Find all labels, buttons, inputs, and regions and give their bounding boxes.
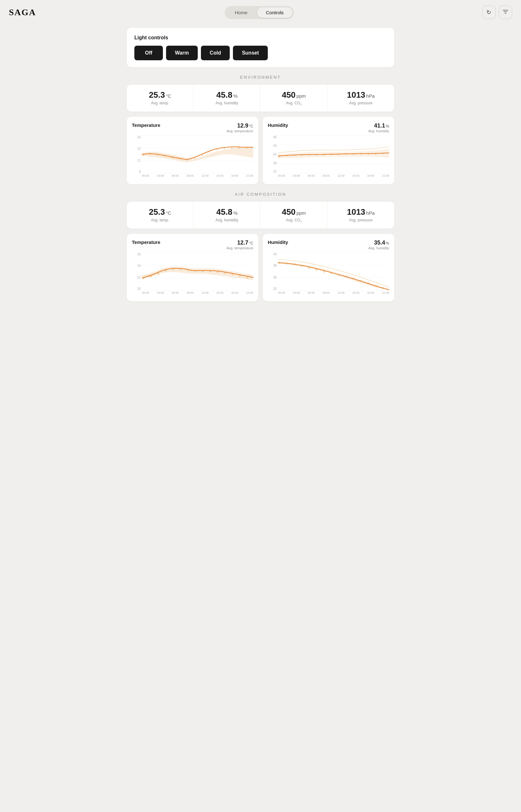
svg-rect-76 <box>360 280 362 282</box>
svg-rect-57 <box>224 272 226 274</box>
env-co2-label: Avg. CO2 <box>266 101 322 106</box>
env-humidity-chart-container: 45 43 41 39 37 <box>268 135 389 180</box>
svg-rect-58 <box>232 273 233 275</box>
svg-rect-7 <box>143 153 144 155</box>
air-humidity-avg-label: Avg. humidity <box>368 246 389 250</box>
light-btn-cold[interactable]: Cold <box>201 46 230 60</box>
air-pressure-label: Avg. pressure <box>333 218 389 222</box>
logo: SAGA <box>9 7 36 18</box>
air-co2-label: Avg. CO2 <box>266 218 322 223</box>
svg-rect-33 <box>323 154 325 155</box>
air-stat-co2: 450 ppm Avg. CO2 <box>260 202 327 229</box>
svg-rect-30 <box>301 154 303 156</box>
svg-rect-20 <box>238 147 240 148</box>
air-temp-svg <box>142 253 253 291</box>
air-temp-x-labels: 00:00 03:00 06:00 09:00 12:00 15:00 18:0… <box>142 291 253 297</box>
env-stat-co2: 450 ppm Avg. CO2 <box>260 85 327 112</box>
env-humidity-chart-avg: 41.1 % Avg. humidity <box>368 123 389 133</box>
svg-rect-39 <box>368 153 369 154</box>
env-pressure-value: 1013 hPa <box>333 90 389 100</box>
svg-rect-73 <box>338 274 340 276</box>
air-pressure-number: 1013 <box>347 208 365 217</box>
light-btn-off[interactable]: Off <box>134 46 163 60</box>
env-humidity-avg-value: 41.1 % <box>368 123 389 129</box>
nav-home[interactable]: Home <box>226 7 256 18</box>
air-pressure-unit: hPa <box>366 211 375 216</box>
env-humidity-unit: % <box>233 93 237 99</box>
header-actions: ↻ <box>482 6 512 19</box>
env-humidity-chart-inner <box>278 135 389 173</box>
environment-charts-row: Temperature 12.9 °C Avg. temperature 16 … <box>127 117 394 184</box>
svg-rect-19 <box>231 147 233 148</box>
air-co2-unit: ppm <box>297 211 306 216</box>
light-buttons-container: Off Warm Cold Sunset <box>134 46 387 60</box>
air-temp-y-labels: 16 14 12 10 <box>132 253 141 291</box>
air-temp-avg-number: 12.7 <box>237 239 248 246</box>
air-stat-pressure: 1013 hPa Avg. pressure <box>327 202 394 229</box>
svg-rect-59 <box>239 275 241 277</box>
air-humidity-unit: % <box>233 211 237 216</box>
svg-rect-69 <box>308 267 310 269</box>
env-pressure-label: Avg. pressure <box>333 101 389 105</box>
svg-rect-53 <box>195 270 196 272</box>
air-temp-chart-inner <box>142 253 253 291</box>
svg-rect-48 <box>158 273 159 275</box>
env-temp-avg-unit: °C <box>249 124 253 128</box>
environment-section-title: ENVIRONMENT <box>127 75 394 80</box>
air-temp-avg-unit: °C <box>249 241 253 245</box>
svg-rect-28 <box>286 155 288 156</box>
light-controls-card: Light controls Off Warm Cold Sunset <box>127 28 394 67</box>
environment-stats-row: 25.3 °C Avg. temp. 45.8 % Avg. humidity … <box>127 85 394 112</box>
air-humidity-y-labels: 43 39 36 33 <box>268 253 277 291</box>
nav-controls[interactable]: Controls <box>257 7 293 18</box>
svg-rect-8 <box>149 153 151 155</box>
env-humidity-value: 45.8 % <box>199 90 255 100</box>
svg-rect-54 <box>202 270 204 272</box>
air-charts-row: Temperature 12.7 °C Avg. temperature 16 … <box>127 234 394 301</box>
env-temp-avg-label: Avg. temperature <box>227 129 253 133</box>
svg-rect-27 <box>278 155 280 157</box>
air-humidity-chart-inner <box>278 253 389 291</box>
air-humidity-chart-avg: 35.4 % Avg. humidity <box>368 239 389 250</box>
env-humidity-avg-label: Avg. humidity <box>368 129 389 133</box>
svg-rect-74 <box>345 276 347 278</box>
filter-button[interactable] <box>499 6 512 19</box>
air-temp-label: Avg. temp. <box>132 218 188 222</box>
light-btn-warm[interactable]: Warm <box>166 46 198 60</box>
air-co2-number: 450 <box>282 208 295 217</box>
air-temp-value: 25.3 °C <box>132 208 188 217</box>
svg-rect-10 <box>164 155 166 157</box>
air-humidity-chart-name: Humidity <box>268 239 288 245</box>
env-co2-number: 450 <box>282 90 295 100</box>
svg-rect-67 <box>293 263 295 265</box>
refresh-button[interactable]: ↻ <box>482 6 496 19</box>
air-temp-chart-avg: 12.7 °C Avg. temperature <box>227 239 253 250</box>
air-stats-row: 25.3 °C Avg. temp. 45.8 % Avg. humidity … <box>127 202 394 229</box>
svg-rect-65 <box>278 262 280 263</box>
air-humidity-value: 45.8 % <box>199 208 255 217</box>
refresh-icon: ↻ <box>486 9 491 16</box>
air-composition-section-title: AIR COMPOSITION <box>127 192 394 197</box>
main-content: Light controls Off Warm Cold Sunset ENVI… <box>118 25 403 320</box>
svg-rect-46 <box>143 277 144 279</box>
env-humidity-avg-unit: % <box>386 124 389 128</box>
env-temp-chart-header: Temperature 12.9 °C Avg. temperature <box>132 123 253 133</box>
air-temp-chart-name: Temperature <box>132 239 160 245</box>
env-pressure-unit: hPa <box>366 93 375 99</box>
svg-rect-34 <box>331 153 332 155</box>
air-temp-number: 25.3 <box>149 208 165 217</box>
svg-rect-51 <box>180 268 181 270</box>
air-temp-chart-card: Temperature 12.7 °C Avg. temperature 16 … <box>127 234 258 301</box>
svg-rect-18 <box>223 147 225 149</box>
svg-rect-13 <box>186 158 188 161</box>
air-humidity-avg-unit: % <box>386 241 389 245</box>
svg-rect-47 <box>150 276 152 277</box>
svg-rect-36 <box>345 153 347 155</box>
env-temp-chart-avg: 12.9 °C Avg. temperature <box>227 123 253 133</box>
env-humidity-label: Avg. humidity <box>199 101 255 105</box>
env-humidity-x-labels: 00:00 03:00 06:00 09:00 12:00 15:00 18:0… <box>278 174 389 180</box>
air-humidity-avg-value: 35.4 % <box>368 239 389 246</box>
svg-rect-29 <box>293 154 295 156</box>
light-btn-sunset[interactable]: Sunset <box>233 46 268 60</box>
env-humidity-number: 45.8 <box>217 90 233 100</box>
